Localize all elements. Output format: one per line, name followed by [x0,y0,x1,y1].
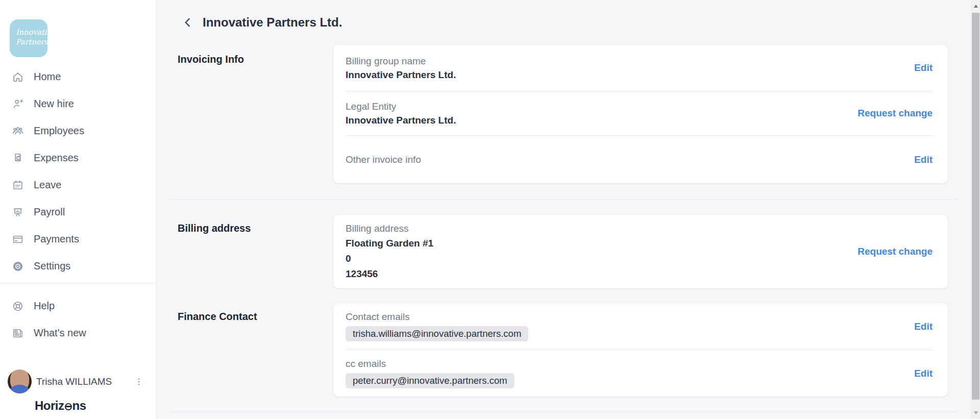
request-change-billing-address-link[interactable]: Request change [857,246,933,257]
sidebar-item-label: New hire [34,98,74,110]
field-value: Innovative Partners Ltd. [346,115,456,126]
sidebar-item-label: Employees [34,125,84,137]
page-title: Innovative Partners Ltd. [203,15,342,30]
section-divider [169,412,957,412]
sidebar-item-label: What's new [34,327,86,339]
sidebar-item-home[interactable]: Home [0,63,156,90]
cc-email-chip: peter.curry@innovative.partners.com [346,373,514,388]
sidebar-item-label: Expenses [34,152,79,164]
scrollbar-thumb[interactable] [972,13,979,400]
horizons-globe-o-icon [65,403,72,410]
whats-new-icon [12,327,24,339]
user-row: Trisha WILLIAMS [0,369,156,393]
sidebar-item-expenses[interactable]: Expenses [0,144,156,171]
address-line-1: Floating Garden #1 [346,237,433,250]
main-content: Innovative Partners Ltd. Invoicing Info … [157,0,971,419]
company-logo-line2: Partners [16,37,47,47]
section-billing-address: Billing address Billing address Floating… [157,215,971,288]
cc-emails-row: cc emails peter.curry@innovative.partner… [333,350,948,397]
sidebar-item-employees[interactable]: Employees [0,117,156,144]
section-title: Invoicing Info [178,45,333,183]
contact-emails-row: Contact emails trisha.williams@innovativ… [333,303,948,350]
sidebar-item-label: Payments [34,233,79,245]
settings-icon [12,260,24,273]
horizons-logo-part2: ns [72,399,86,413]
company-logo: Innovative Partners [10,19,47,57]
section-invoicing-info: Invoicing Info Billing group name Innova… [157,45,971,183]
scroll-down-button[interactable] [971,408,980,418]
page-header: Innovative Partners Ltd. [157,0,971,45]
sidebar-item-label: Help [34,300,55,312]
employees-icon [12,125,24,137]
avatar [8,369,32,393]
invoicing-card: Billing group name Innovative Partners L… [333,45,948,183]
address-line-3: 123456 [346,267,433,280]
home-icon [12,71,24,83]
section-divider [169,199,957,200]
company-logo-line1: Innovative [16,28,47,37]
sidebar-item-leave[interactable]: Leave [0,171,156,199]
field-label: cc emails [346,358,514,369]
sidebar-item-label: Payroll [34,206,65,218]
edit-cc-emails-link[interactable]: Edit [914,368,933,379]
edit-other-invoice-info-link[interactable]: Edit [914,154,933,165]
billing-group-name-row: Billing group name Innovative Partners L… [333,45,948,91]
sidebar-item-new-hire[interactable]: New hire [0,90,156,117]
sidebar-nav: Home New hire Employees Expenses Leave [0,63,156,280]
section-title: Billing address [178,215,333,288]
horizons-logo-part1: Horiz [35,399,64,413]
user-name: Trisha WILLIAMS [36,376,134,387]
field-label: Contact emails [346,311,528,323]
edit-billing-group-name-link[interactable]: Edit [914,62,933,73]
section-title: Finance Contact [178,303,333,397]
billing-address-card: Billing address Floating Garden #1 0 123… [333,215,948,288]
kebab-menu-icon[interactable] [134,376,144,387]
address-line-2: 0 [346,252,433,265]
sidebar-item-settings[interactable]: Settings [0,253,156,280]
help-icon [12,300,24,312]
scroll-up-button[interactable] [971,1,980,11]
field-label: Other invoice info [346,154,421,165]
sidebar-divider [0,283,156,283]
field-label: Billing group name [346,56,456,67]
expenses-icon [12,152,24,164]
contact-email-chip: trisha.williams@innovative.partners.com [346,326,528,341]
other-invoice-info-row: Other invoice info Edit [333,136,948,183]
billing-address-row: Billing address Floating Garden #1 0 123… [333,215,948,288]
back-button[interactable] [181,16,194,29]
vertical-scrollbar [971,0,980,419]
section-finance-contact: Finance Contact Contact emails trisha.wi… [157,303,971,397]
horizons-logo: Horizns [0,399,156,419]
scroll-up-icon [974,5,978,8]
legal-entity-row: Legal Entity Innovative Partners Ltd. Re… [333,91,948,135]
sidebar-item-whats-new[interactable]: What's new [0,319,156,347]
sidebar-secondary-nav: Help What's new [0,292,156,347]
sidebar-item-payments[interactable]: Payments [0,226,156,253]
scroll-down-icon [974,411,978,414]
field-label: Billing address [346,223,433,234]
new-hire-icon [12,98,24,110]
edit-contact-emails-link[interactable]: Edit [914,321,933,332]
sidebar-item-label: Settings [34,260,70,272]
sidebar-item-help[interactable]: Help [0,292,156,319]
leave-icon [12,179,24,191]
request-change-legal-entity-link[interactable]: Request change [857,108,933,119]
payroll-icon [12,206,24,218]
finance-contact-card: Contact emails trisha.williams@innovativ… [333,303,948,397]
payments-icon [12,233,24,245]
field-value: Innovative Partners Ltd. [346,69,456,81]
sidebar-item-label: Leave [34,179,62,191]
sidebar: Innovative Partners Home New hire Employ… [0,0,157,419]
field-label: Legal Entity [346,101,456,112]
sidebar-item-label: Home [34,71,61,83]
sidebar-item-payroll[interactable]: Payroll [0,199,156,226]
